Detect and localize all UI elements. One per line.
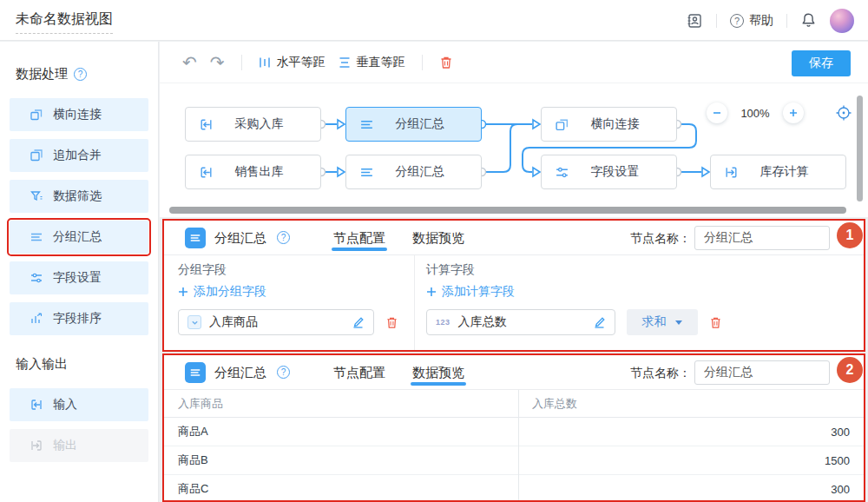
flow-node-field-settings[interactable]: 字段设置	[541, 155, 677, 189]
sidebar-item-append-merge[interactable]: 追加合并	[10, 139, 148, 172]
sidebar-item-label: 横向连接	[53, 107, 102, 122]
column-header: 入库总数	[518, 390, 864, 417]
add-group-field-label: 添加分组字段	[194, 284, 266, 300]
cell-total: 300	[518, 475, 864, 500]
flow-node-sales-outbound[interactable]: 销售出库	[185, 155, 321, 189]
zoom-out-button[interactable]	[707, 102, 727, 123]
help-button[interactable]: ? 帮助	[730, 13, 773, 29]
calc-field-name: 入库总数	[458, 314, 585, 330]
question-icon: ?	[730, 14, 744, 28]
tab-data-preview[interactable]: 数据预览	[412, 221, 464, 255]
horizontal-join-icon	[555, 117, 569, 132]
column-header: 入库商品	[164, 390, 518, 417]
help-icon[interactable]: ?	[277, 231, 290, 244]
locate-center-icon[interactable]	[835, 104, 852, 122]
panel-tabs: 节点配置 数据预览	[333, 355, 464, 390]
sidebar-item-input[interactable]: 输入	[10, 388, 148, 421]
sidebar-item-field-sort[interactable]: 字段排序	[10, 302, 148, 335]
flow-node-purchase-inbound[interactable]: 采购入库	[185, 107, 321, 142]
node-name-label: 节点名称：	[630, 366, 691, 381]
flow-canvas: ↶ ↷ 水平等距 垂直等距	[160, 42, 868, 217]
help-icon[interactable]: ?	[277, 366, 290, 379]
panel-header: 分组汇总 ? 节点配置 数据预览 节点名称： 2	[164, 355, 864, 390]
cell-total: 300	[518, 418, 864, 446]
group-field-item[interactable]: 入库商品	[178, 309, 374, 335]
delete-group-field-icon[interactable]	[385, 316, 398, 329]
sidebar-item-label: 数据筛选	[53, 188, 102, 204]
sidebar-item-horizontal-join[interactable]: 横向连接	[10, 98, 148, 131]
node-label: 销售出库	[214, 164, 305, 180]
tab-node-config[interactable]: 节点配置	[333, 221, 385, 255]
plus-icon	[178, 287, 188, 297]
node-label: 字段设置	[569, 164, 661, 180]
zoom-in-button[interactable]	[783, 102, 804, 123]
page-title[interactable]: 未命名数据视图	[16, 10, 113, 34]
node-label: 横向连接	[569, 116, 661, 132]
add-calc-field-button[interactable]: 添加计算字段	[426, 284, 515, 300]
add-calc-field-label: 添加计算字段	[442, 284, 515, 300]
output-icon	[30, 439, 43, 452]
sidebar: 数据处理 ? 横向连接 追加合并 数据筛选	[0, 42, 159, 502]
horizontal-scrollbar[interactable]	[169, 207, 846, 214]
user-avatar[interactable]	[830, 9, 854, 33]
append-merge-icon	[30, 149, 43, 162]
sidebar-section-process: 数据处理 ?	[16, 66, 148, 83]
table-row: 商品A 300	[164, 418, 864, 446]
chevron-down-icon	[674, 320, 683, 326]
field-settings-icon	[555, 165, 569, 180]
node-name-input[interactable]	[694, 226, 830, 250]
node-name-input[interactable]	[694, 360, 830, 385]
delete-calc-field-icon[interactable]	[709, 316, 722, 329]
node-name-label: 节点名称：	[630, 231, 691, 247]
flow-node-group-summary-top[interactable]: 分组汇总	[345, 107, 482, 142]
flow-node-horizontal-join[interactable]: 横向连接	[541, 107, 677, 142]
aggregation-dropdown[interactable]: 求和	[627, 309, 698, 335]
flow-node-group-summary-bottom[interactable]: 分组汇总	[345, 155, 482, 189]
input-icon	[199, 117, 214, 132]
header-actions: ? 帮助	[686, 0, 854, 41]
app-header: 未命名数据视图 ? 帮助	[0, 0, 868, 41]
help-label: 帮助	[749, 13, 773, 29]
group-summary-config-panel: 分组汇总 ? 节点配置 数据预览 节点名称： 1 分组字段 添加分组字段 入库商…	[162, 219, 865, 352]
cell-total: 1500	[518, 446, 864, 474]
org-contacts-icon[interactable]	[686, 12, 703, 30]
group-summary-icon	[359, 165, 374, 180]
group-summary-icon	[185, 362, 206, 383]
help-icon[interactable]: ?	[74, 68, 87, 81]
add-group-field-button[interactable]: 添加分组字段	[178, 284, 266, 300]
panel-body: 分组字段 添加分组字段 入库商品	[164, 255, 864, 350]
divider	[786, 14, 787, 28]
tab-node-config[interactable]: 节点配置	[333, 355, 385, 390]
sidebar-item-label: 字段设置	[53, 270, 102, 286]
group-field-name: 入库商品	[209, 314, 344, 330]
field-sort-icon	[30, 312, 43, 326]
sidebar-item-group-summary[interactable]: 分组汇总	[10, 221, 148, 254]
bell-icon[interactable]	[800, 12, 817, 29]
node-label: 采购入库	[214, 116, 305, 132]
calc-field-row: 123 入库总数 求和	[426, 309, 722, 335]
tab-data-preview[interactable]: 数据预览	[412, 355, 464, 390]
group-fields-title: 分组字段	[178, 262, 227, 278]
edit-icon[interactable]	[352, 316, 365, 329]
annotation-badge-1: 1	[837, 222, 863, 248]
section-title: 数据处理	[16, 66, 68, 83]
panel-header: 分组汇总 ? 节点配置 数据预览 节点名称： 1	[164, 221, 864, 255]
sidebar-item-filter[interactable]: 数据筛选	[10, 180, 148, 213]
sidebar-item-label: 追加合并	[53, 148, 102, 163]
node-label: 分组汇总	[374, 164, 465, 180]
calc-field-item[interactable]: 123 入库总数	[426, 309, 615, 335]
flow-node-inventory-calc[interactable]: 库存计算	[710, 155, 846, 189]
edit-icon[interactable]	[593, 316, 606, 329]
sidebar-item-label: 输入	[53, 397, 77, 413]
sidebar-item-label: 输出	[53, 438, 77, 453]
select-field-type-icon	[187, 315, 201, 329]
divider	[716, 14, 717, 28]
number-field-type-icon: 123	[436, 318, 450, 327]
vertical-scrollbar[interactable]	[857, 96, 863, 201]
group-field-row: 入库商品	[178, 309, 398, 335]
input-icon	[199, 165, 214, 180]
sidebar-item-field-settings[interactable]: 字段设置	[10, 261, 148, 294]
panel-title: 分组汇总	[214, 230, 266, 247]
cell-product: 商品C	[164, 475, 518, 500]
section-title: 输入输出	[16, 356, 68, 373]
